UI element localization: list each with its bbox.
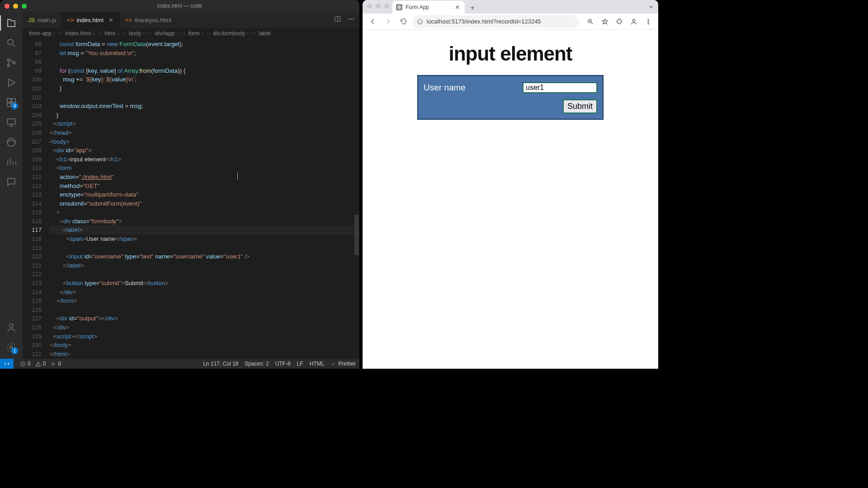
browser-tab[interactable]: Form App ✕ bbox=[392, 1, 465, 14]
run-debug-icon[interactable] bbox=[5, 77, 17, 89]
svg-point-10 bbox=[9, 324, 13, 328]
maximize-window-button[interactable] bbox=[384, 4, 389, 9]
vscode-title: index.html — code bbox=[157, 3, 202, 9]
ports-count[interactable]: 0 bbox=[50, 361, 61, 367]
submit-button[interactable]: Submit bbox=[563, 99, 597, 113]
source-control-icon[interactable] bbox=[5, 57, 17, 69]
tab-label: thankyou.html bbox=[135, 17, 171, 23]
extensions-badge: 4 bbox=[11, 103, 18, 109]
browser-toolbar: localhost:5173/index.html?recordId=12324… bbox=[363, 14, 658, 30]
crumb-file[interactable]: index.html bbox=[57, 30, 91, 37]
svg-point-13 bbox=[349, 19, 349, 19]
svg-point-21 bbox=[632, 19, 635, 21]
warnings-count[interactable]: 0 bbox=[35, 361, 46, 367]
search-icon[interactable] bbox=[5, 37, 17, 49]
remote-explorer-icon[interactable] bbox=[5, 117, 17, 128]
edge-tools-icon[interactable] bbox=[5, 136, 17, 148]
tab-favicon bbox=[396, 4, 402, 10]
indent-setting[interactable]: Spaces: 2 bbox=[245, 361, 269, 367]
code-editor[interactable]: 9697989910010110210310410510610710810911… bbox=[23, 39, 359, 359]
mac-window-controls bbox=[5, 4, 27, 9]
accounts-icon[interactable] bbox=[5, 322, 17, 333]
status-bar: 0 0 0 Ln 117, Col 18 Spaces: 2 UTF-8 LF … bbox=[0, 359, 359, 369]
browser-tab-title: Form App bbox=[406, 4, 429, 10]
extensions-icon[interactable]: 4 bbox=[5, 97, 17, 108]
scroll-thumb[interactable] bbox=[354, 215, 359, 255]
explorer-icon[interactable] bbox=[5, 17, 17, 29]
crumb-app[interactable]: div#app bbox=[146, 30, 175, 37]
crumb-body[interactable]: body bbox=[121, 30, 141, 37]
activity-bar: 4 1 bbox=[0, 12, 23, 359]
crumb-folder[interactable]: form-app bbox=[29, 30, 52, 37]
graph-icon[interactable] bbox=[5, 156, 17, 168]
breadcrumb: form-app› index.html› html› body› div#ap… bbox=[23, 28, 359, 39]
formatter[interactable]: Prettier bbox=[330, 361, 356, 367]
username-input[interactable] bbox=[523, 82, 597, 93]
remote-indicator[interactable] bbox=[0, 359, 14, 369]
svg-point-14 bbox=[351, 19, 352, 19]
site-info-icon[interactable] bbox=[417, 19, 423, 25]
code-content[interactable]: const formData = new FormData(event.targ… bbox=[50, 39, 359, 359]
browser-menu-icon[interactable] bbox=[642, 15, 655, 28]
close-window-button[interactable] bbox=[367, 4, 372, 9]
tab-main-js[interactable]: JSmain.js bbox=[23, 12, 61, 28]
settings-gear-icon[interactable]: 1 bbox=[5, 342, 17, 353]
forward-button[interactable] bbox=[382, 15, 394, 28]
scrollbar[interactable] bbox=[354, 39, 359, 359]
browser-tabstrip: Form App ✕ ＋ bbox=[363, 0, 658, 14]
close-window-button[interactable] bbox=[5, 4, 9, 9]
svg-point-2 bbox=[8, 65, 10, 67]
crumb-label[interactable]: label bbox=[250, 30, 270, 37]
crumb-form[interactable]: form bbox=[180, 30, 199, 37]
svg-point-3 bbox=[13, 62, 15, 64]
editor-tabs: JSmain.js <>index.html✕ <>thankyou.html bbox=[23, 12, 359, 28]
settings-badge: 1 bbox=[11, 347, 18, 354]
browser-window: Form App ✕ ＋ localhost:5173/index.html?r… bbox=[363, 0, 658, 369]
minimize-window-button[interactable] bbox=[376, 4, 381, 9]
errors-count[interactable]: 0 bbox=[20, 361, 31, 367]
extensions-puzzle-icon[interactable] bbox=[613, 15, 626, 28]
back-button[interactable] bbox=[366, 15, 379, 28]
vscode-window: index.html — code 4 1 JSmain.js <>index.… bbox=[0, 0, 359, 369]
svg-point-9 bbox=[7, 138, 15, 146]
page-heading: input element bbox=[448, 42, 572, 65]
split-editor-icon[interactable] bbox=[334, 15, 341, 24]
maximize-window-button[interactable] bbox=[22, 4, 27, 9]
svg-point-0 bbox=[8, 39, 13, 45]
more-actions-icon[interactable] bbox=[348, 15, 355, 24]
browser-window-controls bbox=[367, 4, 389, 9]
close-tab-icon[interactable]: ✕ bbox=[108, 17, 114, 23]
svg-rect-5 bbox=[12, 99, 15, 102]
html-file-icon: <> bbox=[67, 17, 74, 23]
tab-index-html[interactable]: <>index.html✕ bbox=[61, 12, 119, 28]
rendered-page: input element User name Submit bbox=[363, 30, 658, 369]
vscode-titlebar: index.html — code bbox=[0, 0, 359, 12]
new-tab-button[interactable]: ＋ bbox=[467, 2, 478, 14]
crumb-formbody[interactable]: div.formbody bbox=[205, 30, 245, 37]
eol[interactable]: LF bbox=[297, 361, 303, 367]
svg-point-1 bbox=[8, 59, 10, 61]
language-mode[interactable]: HTML bbox=[310, 361, 325, 367]
js-file-icon: JS bbox=[28, 17, 35, 23]
zoom-icon[interactable] bbox=[584, 15, 597, 28]
crumb-html[interactable]: html bbox=[96, 30, 115, 37]
svg-rect-6 bbox=[7, 103, 11, 107]
address-bar[interactable]: localhost:5173/index.html?recordId=12324… bbox=[412, 15, 579, 28]
tabs-dropdown-icon[interactable] bbox=[647, 3, 655, 12]
tab-thankyou-html[interactable]: <>thankyou.html bbox=[120, 12, 177, 28]
close-tab-icon[interactable]: ✕ bbox=[455, 4, 460, 11]
svg-point-22 bbox=[648, 19, 649, 20]
html-file-icon: <> bbox=[125, 17, 132, 23]
bookmark-star-icon[interactable] bbox=[599, 15, 611, 28]
profile-avatar-icon[interactable] bbox=[627, 15, 640, 28]
line-gutter: 9697989910010110210310410510610710810911… bbox=[23, 39, 50, 359]
form-container: User name Submit bbox=[417, 75, 604, 120]
comments-icon[interactable] bbox=[5, 176, 17, 188]
svg-point-24 bbox=[648, 23, 649, 24]
encoding[interactable]: UTF-8 bbox=[275, 361, 291, 367]
username-row: User name bbox=[424, 82, 597, 93]
svg-point-23 bbox=[648, 21, 649, 22]
minimize-window-button[interactable] bbox=[13, 4, 18, 9]
cursor-position[interactable]: Ln 117, Col 18 bbox=[203, 361, 238, 367]
reload-button[interactable] bbox=[397, 15, 410, 28]
